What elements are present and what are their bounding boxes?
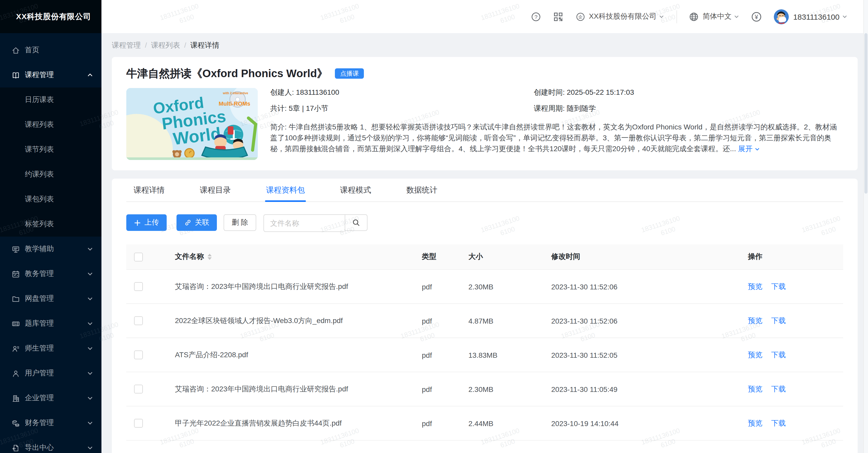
upload-button[interactable]: 上传 bbox=[126, 214, 167, 231]
globe-icon bbox=[689, 11, 700, 22]
chevron-down-icon bbox=[734, 14, 739, 19]
scrollbar-thumb[interactable] bbox=[864, 33, 867, 193]
sidebar-item-export-center[interactable]: 导出中心 bbox=[0, 435, 101, 453]
search-input[interactable] bbox=[264, 214, 345, 232]
course-creator: 创建人: 18311136100 bbox=[270, 88, 534, 97]
tab-course-catalog[interactable]: 课程目录 bbox=[199, 179, 232, 202]
tab-course-materials[interactable]: 课程资料包 bbox=[265, 179, 306, 202]
username-label: 18311136100 bbox=[793, 12, 840, 21]
sidebar-item-booking-list[interactable]: 约课列表 bbox=[0, 162, 101, 187]
cover-rom-top-text: with 2 interactive bbox=[223, 91, 248, 95]
sidebar-item-academic-management[interactable]: 教务管理 bbox=[0, 262, 101, 286]
sidebar-item-teaching-aid[interactable]: 教学辅助 bbox=[0, 237, 101, 262]
preview-link[interactable]: 预览 bbox=[748, 419, 763, 428]
preview-link[interactable]: 预览 bbox=[748, 384, 763, 394]
sidebar-item-label: 导出中心 bbox=[25, 443, 54, 452]
row-checkbox[interactable] bbox=[134, 282, 143, 291]
chevron-down-icon bbox=[88, 445, 93, 450]
currency-icon: ¥ bbox=[755, 13, 758, 20]
column-header-file-name[interactable]: 文件名称 bbox=[150, 252, 413, 262]
currency-button[interactable]: ¥ bbox=[751, 10, 763, 23]
delete-button[interactable]: 删 除 bbox=[224, 214, 256, 231]
sidebar-item-label: 约课列表 bbox=[25, 170, 54, 179]
download-link[interactable]: 下载 bbox=[771, 350, 786, 360]
sidebar-item-finance-management[interactable]: 财务管理 bbox=[0, 411, 101, 435]
select-all-checkbox[interactable] bbox=[134, 252, 143, 261]
sidebar-item-home[interactable]: 首页 bbox=[0, 38, 101, 63]
sidebar-item-label: 教学辅助 bbox=[25, 244, 54, 254]
download-link[interactable]: 下载 bbox=[771, 384, 786, 394]
download-link[interactable]: 下载 bbox=[771, 316, 786, 325]
row-checkbox[interactable] bbox=[134, 419, 143, 428]
sidebar-item-course-management[interactable]: 课程管理 bbox=[0, 63, 101, 88]
file-name: 2022全球区块链领域人才报告-Web3.0方向_edm.pdf bbox=[150, 316, 413, 325]
course-created-time: 创建时间: 2025-05-22 15:17:03 bbox=[534, 88, 797, 97]
breadcrumb-course-list[interactable]: 课程列表 bbox=[151, 41, 180, 50]
sidebar-item-label: 师生管理 bbox=[25, 344, 54, 353]
folder-icon bbox=[11, 294, 20, 303]
sidebar-item-user-management[interactable]: 用户管理 bbox=[0, 361, 101, 386]
sort-icon[interactable] bbox=[208, 254, 212, 260]
sidebar-item-package-list[interactable]: 课包列表 bbox=[0, 187, 101, 212]
sidebar-item-calendar-schedule[interactable]: 日历课表 bbox=[0, 88, 101, 112]
user-menu[interactable]: 18311136100 bbox=[774, 9, 847, 24]
file-modified-time: 2023-11-30 11:05:49 bbox=[543, 385, 740, 393]
preview-link[interactable]: 预览 bbox=[748, 316, 763, 325]
chevron-down-icon bbox=[88, 271, 93, 276]
preview-link[interactable]: 预览 bbox=[748, 350, 763, 360]
qr-code-button[interactable] bbox=[553, 11, 564, 22]
sidebar-item-netdisk-management[interactable]: 网盘管理 bbox=[0, 286, 101, 311]
sidebar-item-question-bank[interactable]: 题库管理 bbox=[0, 311, 101, 336]
upload-label: 上传 bbox=[145, 218, 159, 227]
tab-course-detail[interactable]: 课程详情 bbox=[132, 179, 166, 202]
projector-icon bbox=[11, 245, 20, 253]
expand-link[interactable]: 展开 bbox=[738, 145, 760, 153]
sidebar-item-lesson-list[interactable]: 课节列表 bbox=[0, 137, 101, 162]
ticket-icon bbox=[11, 319, 20, 328]
row-checkbox[interactable] bbox=[134, 351, 143, 359]
sidebar-item-label: 课节列表 bbox=[25, 145, 54, 154]
table-row: 艾瑞咨询：2023年中国跨境出口电商行业研究报告.pdf pdf 2.30MB … bbox=[126, 372, 843, 406]
help-button[interactable]: ? bbox=[530, 11, 541, 22]
breadcrumb-separator: / bbox=[145, 41, 147, 50]
sidebar-item-tag-list[interactable]: 标签列表 bbox=[0, 212, 101, 237]
link-icon bbox=[184, 219, 191, 226]
breadcrumb-course-detail: 课程详情 bbox=[190, 41, 219, 50]
chevron-down-icon bbox=[755, 147, 760, 152]
vertical-scrollbar[interactable] bbox=[863, 0, 868, 453]
company-switcher[interactable]: 企 XX科技股份有限公司 bbox=[575, 11, 664, 22]
course-description: 简介: 牛津自然拼读5册攻略 1、想要轻松掌握英语拼读技巧吗？来试试牛津自然拼读… bbox=[270, 122, 843, 154]
tab-data-statistics[interactable]: 数据统计 bbox=[405, 179, 438, 202]
qr-code-icon bbox=[553, 11, 564, 22]
row-checkbox[interactable] bbox=[134, 385, 143, 393]
page-title: 牛津自然拼读《Oxford Phonics World》 bbox=[126, 66, 328, 81]
download-link[interactable]: 下载 bbox=[771, 419, 786, 428]
sidebar-item-course-list[interactable]: 课程列表 bbox=[0, 112, 101, 137]
associate-button[interactable]: 关联 bbox=[177, 214, 217, 231]
chevron-down-icon bbox=[88, 321, 93, 326]
sidebar-item-label: 标签列表 bbox=[25, 219, 54, 229]
user-icon bbox=[11, 369, 20, 378]
plus-icon bbox=[134, 219, 141, 226]
row-checkbox[interactable] bbox=[134, 316, 143, 325]
sidebar: XX科技股份有限公司 首页 课程管理 日历课表 课程列表 课 bbox=[0, 0, 101, 453]
home-icon bbox=[11, 46, 20, 55]
course-management-submenu: 日历课表 课程列表 课节列表 约课列表 课包列表 标签列表 bbox=[0, 88, 101, 237]
search-button[interactable] bbox=[345, 214, 368, 231]
sidebar-item-teacher-student[interactable]: 师生管理 bbox=[0, 336, 101, 361]
file-type: pdf bbox=[413, 351, 460, 359]
language-switcher[interactable]: 简体中文 bbox=[689, 11, 739, 22]
course-period: 课程周期: 随到随学 bbox=[534, 104, 797, 113]
file-size: 13.83MB bbox=[460, 351, 543, 359]
table-row: ATS产品介绍-2208.pdf pdf 13.83MB 2023-11-30 … bbox=[126, 338, 843, 372]
preview-link[interactable]: 预览 bbox=[748, 282, 763, 291]
calendar-check-icon bbox=[11, 269, 20, 278]
file-size: 2.44MB bbox=[460, 419, 543, 427]
download-link[interactable]: 下载 bbox=[771, 282, 786, 291]
file-size: 2.30MB bbox=[460, 282, 543, 291]
book-icon bbox=[11, 71, 20, 80]
sidebar-item-label: 课程列表 bbox=[25, 120, 54, 129]
tab-course-mode[interactable]: 课程模式 bbox=[339, 179, 372, 202]
breadcrumb-course-management[interactable]: 课程管理 bbox=[112, 41, 141, 50]
sidebar-item-enterprise-management[interactable]: 企业管理 bbox=[0, 386, 101, 411]
